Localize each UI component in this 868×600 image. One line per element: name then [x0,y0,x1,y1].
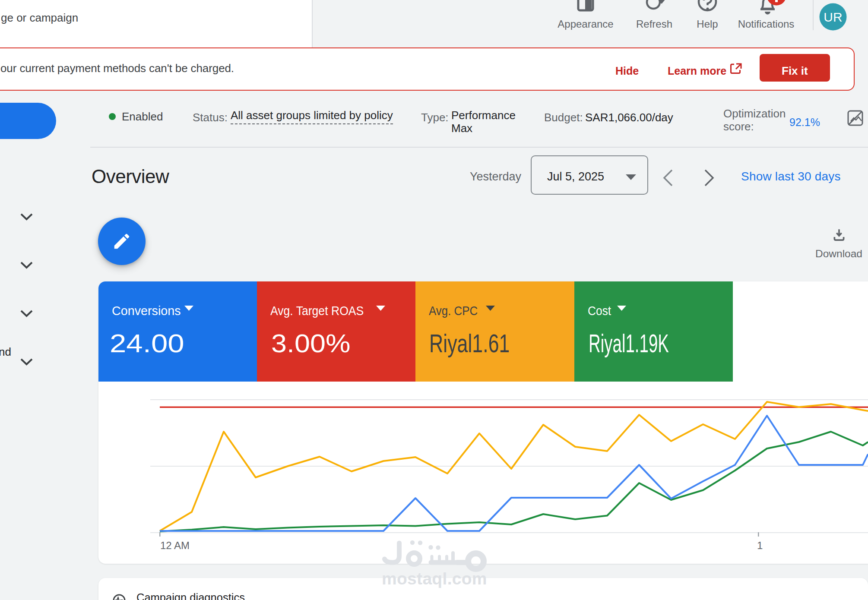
svg-text:UR: UR [824,10,842,24]
